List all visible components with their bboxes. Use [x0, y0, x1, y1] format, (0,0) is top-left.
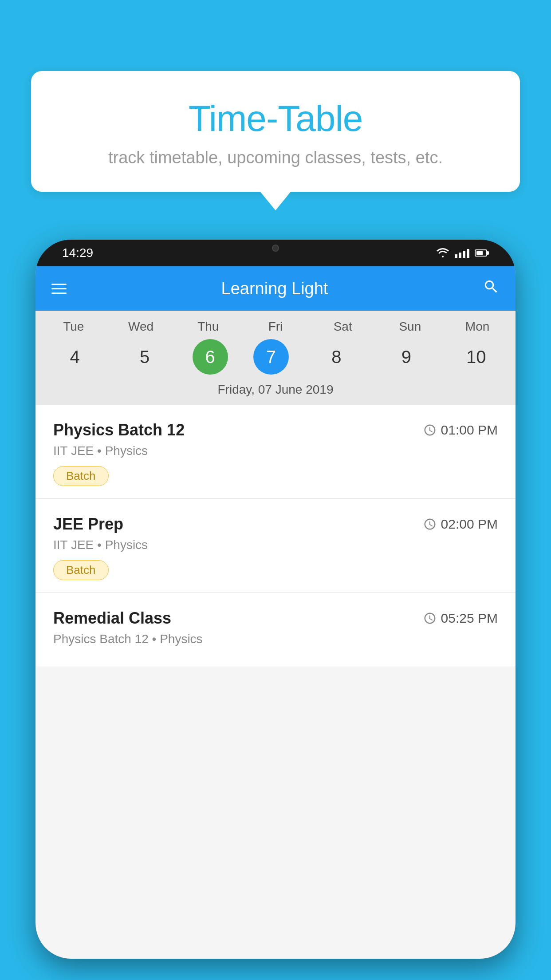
class-time-1: 01:00 PM [423, 423, 498, 438]
day-numbers: 4 5 6 7 8 9 10 [35, 339, 516, 375]
schedule-item-3-header: Remedial Class 05:25 PM [53, 609, 498, 628]
speech-bubble: Time-Table track timetable, upcoming cla… [31, 71, 520, 192]
day-4[interactable]: 4 [53, 339, 97, 375]
day-10[interactable]: 10 [454, 339, 498, 375]
day-header-wed: Wed [119, 320, 163, 334]
schedule-item-3[interactable]: Remedial Class 05:25 PM Physics Batch 12… [35, 593, 516, 667]
app-title: Learning Light [80, 279, 469, 298]
camera-dot [272, 245, 279, 252]
time-3: 05:25 PM [441, 611, 498, 626]
status-icons [436, 248, 489, 258]
phone-frame: 14:29 [35, 240, 516, 959]
class-name-3: Remedial Class [53, 609, 171, 628]
day-9[interactable]: 9 [384, 339, 429, 375]
app-header: Learning Light [35, 266, 516, 311]
class-time-3: 05:25 PM [423, 611, 498, 626]
selected-date-label: Friday, 07 June 2019 [35, 383, 516, 405]
schedule-item-1[interactable]: Physics Batch 12 01:00 PM IIT JEE • Phys… [35, 405, 516, 499]
bubble-subtitle: track timetable, upcoming classes, tests… [49, 148, 502, 167]
day-header-fri: Fri [253, 320, 298, 334]
batch-tag-1: Batch [53, 466, 109, 486]
speech-bubble-container: Time-Table track timetable, upcoming cla… [31, 71, 520, 192]
day-5[interactable]: 5 [122, 339, 167, 375]
day-7-selected[interactable]: 7 [253, 339, 289, 375]
schedule-item-2[interactable]: JEE Prep 02:00 PM IIT JEE • Physics Batc… [35, 499, 516, 593]
day-headers: Tue Wed Thu Fri Sat Sun Mon [35, 320, 516, 334]
schedule-item-1-header: Physics Batch 12 01:00 PM [53, 421, 498, 439]
day-6-today[interactable]: 6 [193, 339, 228, 375]
clock-icon-2 [423, 518, 437, 531]
phone-notch [249, 240, 302, 257]
clock-icon-3 [423, 612, 437, 625]
day-header-sat: Sat [321, 320, 365, 334]
menu-icon[interactable] [51, 284, 67, 294]
day-header-thu: Thu [186, 320, 230, 334]
time-2: 02:00 PM [441, 517, 498, 532]
status-time: 14:29 [62, 246, 93, 260]
wifi-icon [436, 248, 449, 258]
schedule-item-2-header: JEE Prep 02:00 PM [53, 515, 498, 533]
subject-1: IIT JEE • Physics [53, 444, 498, 458]
clock-icon-1 [423, 423, 437, 437]
day-8[interactable]: 8 [314, 339, 358, 375]
class-name-2: JEE Prep [53, 515, 123, 533]
day-header-sun: Sun [388, 320, 432, 334]
day-header-mon: Mon [455, 320, 500, 334]
signal-icon [455, 248, 469, 258]
bubble-title: Time-Table [49, 98, 502, 139]
status-bar: 14:29 [35, 240, 516, 266]
calendar-strip: Tue Wed Thu Fri Sat Sun Mon 4 5 6 7 8 9 … [35, 311, 516, 405]
class-time-2: 02:00 PM [423, 517, 498, 532]
phone-screen: Learning Light Tue Wed Thu Fri Sat Sun M… [35, 266, 516, 959]
subject-2: IIT JEE • Physics [53, 538, 498, 552]
time-1: 01:00 PM [441, 423, 498, 438]
batch-tag-2: Batch [53, 560, 109, 580]
battery-icon [475, 249, 489, 257]
day-header-tue: Tue [51, 320, 96, 334]
search-button[interactable] [483, 278, 500, 299]
schedule-list: Physics Batch 12 01:00 PM IIT JEE • Phys… [35, 405, 516, 667]
subject-3: Physics Batch 12 • Physics [53, 632, 498, 646]
class-name-1: Physics Batch 12 [53, 421, 185, 439]
